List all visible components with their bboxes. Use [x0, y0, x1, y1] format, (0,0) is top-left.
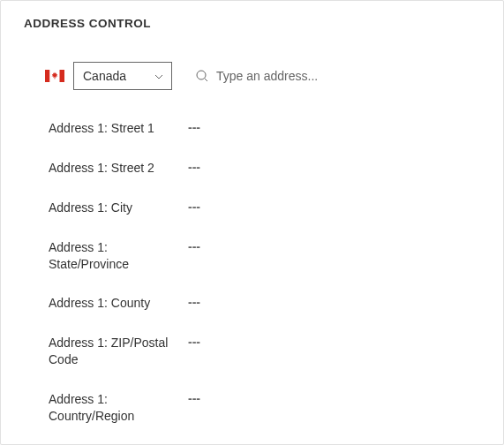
search-icon — [195, 69, 209, 83]
address-control-card: ADDRESS CONTROL Canada — [0, 0, 504, 445]
canada-flag-icon — [45, 70, 64, 82]
address-search-input[interactable] — [216, 69, 393, 83]
field-label: Address 1: Street 1 — [49, 120, 188, 137]
field-value[interactable]: --- — [188, 335, 200, 349]
field-row: Address 1: Country/Region --- — [49, 391, 480, 425]
field-value[interactable]: --- — [188, 200, 200, 214]
address-search — [195, 69, 393, 83]
country-select-value: Canada — [83, 69, 126, 83]
field-row: Address 1: ZIP/Postal Code --- — [49, 335, 480, 368]
field-value[interactable]: --- — [188, 160, 200, 174]
field-label: Address 1: ZIP/Postal Code — [49, 335, 188, 368]
chevron-down-icon — [154, 71, 164, 81]
field-label: Address 1: County — [49, 295, 188, 312]
svg-line-5 — [205, 79, 207, 81]
field-row: Address 1: State/Province --- — [49, 239, 480, 273]
field-row: Address 1: Street 1 --- — [49, 120, 480, 137]
field-value[interactable]: --- — [188, 120, 200, 134]
svg-point-4 — [197, 71, 206, 79]
svg-rect-2 — [60, 70, 65, 82]
svg-rect-3 — [55, 77, 56, 79]
field-label: Address 1: Country/Region — [49, 391, 188, 425]
field-row: Address 1: Street 2 --- — [49, 160, 480, 177]
field-label: Address 1: State/Province — [49, 239, 188, 273]
address-fields: Address 1: Street 1 --- Address 1: Stree… — [24, 120, 480, 425]
field-value[interactable]: --- — [188, 295, 200, 309]
field-value[interactable]: --- — [188, 391, 200, 405]
field-label: Address 1: City — [49, 200, 188, 216]
country-search-row: Canada — [24, 62, 480, 90]
svg-rect-0 — [45, 70, 50, 82]
field-row: Address 1: City --- — [49, 200, 480, 216]
country-select[interactable]: Canada — [73, 62, 172, 90]
field-row: Address 1: County --- — [49, 295, 480, 312]
card-title: ADDRESS CONTROL — [24, 17, 480, 30]
field-value[interactable]: --- — [188, 239, 200, 253]
field-label: Address 1: Street 2 — [49, 160, 188, 177]
